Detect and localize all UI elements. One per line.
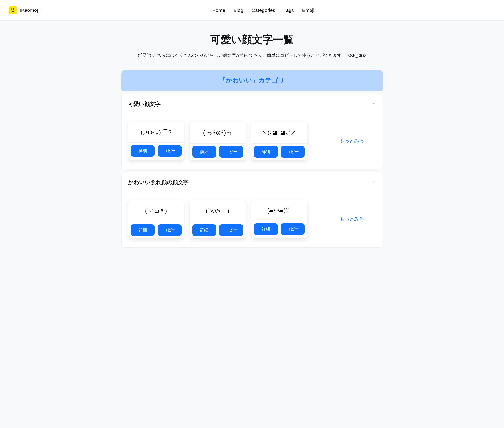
main-content: 「かわいい」カテゴリ 可愛い顔文字 (｡•ω- ｡) ⌒♡ 詳細 コピー ( っ…	[119, 70, 385, 262]
kaomoji-face[interactable]: ( っ•̀ω•́)っ	[190, 122, 246, 143]
copy-button[interactable]: コピー	[219, 224, 243, 236]
kaomoji-card: ＼(｡◕‿◕｡)／ 詳細 コピー	[251, 122, 307, 160]
main-nav: Home Blog Categories Tags Emoji	[40, 8, 487, 13]
section-cute: 可愛い顔文字 (｡•ω- ｡) ⌒♡ 詳細 コピー ( っ•̀ω•́)っ 詳細	[121, 94, 383, 169]
section-title: 可愛い顔文字	[128, 101, 161, 108]
brand[interactable]: iKaomoji	[9, 6, 40, 14]
card-actions: 詳細 コピー	[190, 222, 246, 238]
copy-button[interactable]: コピー	[281, 223, 305, 235]
section-row: ( 〃ω〃) 詳細 コピー (´>///<｀) 詳細 コピー (▰• •▰)♡	[128, 200, 376, 238]
card-actions: 詳細 コピー	[251, 221, 307, 237]
kaomoji-face[interactable]: (´>///<｀)	[190, 200, 246, 222]
logo-icon	[9, 6, 17, 14]
copy-button[interactable]: コピー	[158, 224, 182, 236]
nav-home[interactable]: Home	[212, 8, 225, 13]
card-actions: 詳細 コピー	[128, 222, 184, 238]
chevron-down-icon	[372, 180, 376, 185]
more-link[interactable]: もっとみる	[327, 137, 376, 144]
copy-button[interactable]: コピー	[158, 145, 182, 157]
category-banner: 「かわいい」カテゴリ	[121, 70, 383, 91]
section-header[interactable]: かわいい照れ顔の顔文字	[128, 179, 376, 186]
nav-blog[interactable]: Blog	[234, 8, 243, 13]
section-blush: かわいい照れ顔の顔文字 ( 〃ω〃) 詳細 コピー (´>///<｀) 詳細	[121, 172, 383, 248]
kaomoji-face[interactable]: (▰• •▰)♡	[251, 200, 307, 221]
kaomoji-face[interactable]: ( 〃ω〃)	[128, 200, 184, 222]
card-actions: 詳細 コピー	[190, 143, 246, 160]
kaomoji-card: ( っ•̀ω•́)っ 詳細 コピー	[190, 122, 246, 160]
kaomoji-card: (´>///<｀) 詳細 コピー	[190, 200, 246, 238]
section-header[interactable]: 可愛い顔文字	[128, 101, 376, 108]
kaomoji-face[interactable]: ＼(｡◕‿◕｡)／	[251, 122, 307, 143]
header: iKaomoji Home Blog Categories Tags Emoji	[0, 0, 504, 21]
nav-tags[interactable]: Tags	[284, 8, 294, 13]
cards: (｡•ω- ｡) ⌒♡ 詳細 コピー ( っ•̀ω•́)っ 詳細 コピー ＼(｡…	[128, 122, 322, 160]
page-title: 可愛い顔文字一覧	[10, 33, 494, 46]
card-actions: 詳細 コピー	[251, 143, 307, 160]
detail-button[interactable]: 詳細	[192, 224, 216, 236]
chevron-down-icon	[372, 101, 376, 107]
page-subtitle: (*´▽`*) こちらにはたくさんのかわいらしい顔文字が揃っており、簡単にコピー…	[10, 52, 494, 59]
nav-categories[interactable]: Categories	[252, 8, 275, 13]
detail-button[interactable]: 詳細	[192, 146, 216, 158]
kaomoji-card: ( 〃ω〃) 詳細 コピー	[128, 200, 184, 238]
detail-button[interactable]: 詳細	[254, 146, 278, 158]
nav-emoji[interactable]: Emoji	[302, 8, 314, 13]
hero: 可愛い顔文字一覧 (*´▽`*) こちらにはたくさんのかわいらしい顔文字が揃って…	[0, 21, 504, 70]
copy-button[interactable]: コピー	[219, 146, 243, 158]
detail-button[interactable]: 詳細	[131, 145, 155, 157]
section-row: (｡•ω- ｡) ⌒♡ 詳細 コピー ( っ•̀ω•́)っ 詳細 コピー ＼(｡…	[128, 122, 376, 160]
cards: ( 〃ω〃) 詳細 コピー (´>///<｀) 詳細 コピー (▰• •▰)♡	[128, 200, 322, 238]
kaomoji-face[interactable]: (｡•ω- ｡) ⌒♡	[128, 122, 184, 142]
kaomoji-card: (｡•ω- ｡) ⌒♡ 詳細 コピー	[128, 122, 184, 160]
detail-button[interactable]: 詳細	[131, 224, 155, 236]
more-link[interactable]: もっとみる	[327, 216, 376, 222]
section-title: かわいい照れ顔の顔文字	[128, 179, 189, 186]
card-actions: 詳細 コピー	[128, 142, 184, 159]
brand-name: iKaomoji	[20, 8, 40, 13]
copy-button[interactable]: コピー	[281, 146, 305, 158]
detail-button[interactable]: 詳細	[254, 223, 278, 235]
kaomoji-card: (▰• •▰)♡ 詳細 コピー	[251, 200, 307, 238]
